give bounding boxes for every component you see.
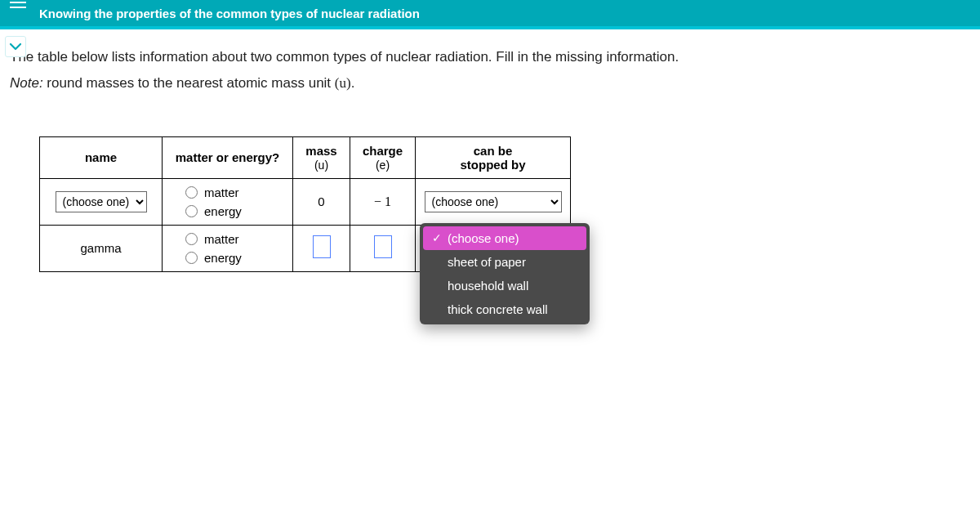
dropdown-option-label: thick concrete wall xyxy=(448,302,548,316)
charge-cell-row2 xyxy=(350,225,416,271)
dropdown-option-label: household wall xyxy=(448,279,528,293)
lesson-header: Knowing the properties of the common typ… xyxy=(0,0,980,26)
radio-energy-row1[interactable]: energy xyxy=(185,204,242,218)
th-charge-sub: (e) xyxy=(376,159,390,172)
dropdown-option[interactable]: ✓ sheet of paper xyxy=(423,250,586,274)
note-text: round masses to the nearest atomic mass … xyxy=(43,75,335,91)
th-stopped: can be stopped by xyxy=(416,136,571,178)
note-label: Note: xyxy=(10,75,43,91)
radio-matter-label-row2: matter xyxy=(204,232,239,246)
mass-cell-row1: 0 xyxy=(293,178,350,225)
note-period: . xyxy=(351,75,355,91)
charge-cell-row1: − 1 xyxy=(350,178,416,225)
instruction-line-1: The table below lists information about … xyxy=(10,44,970,70)
dropdown-option[interactable]: ✓ household wall xyxy=(423,274,586,297)
radio-energy-row2[interactable]: energy xyxy=(185,251,242,265)
th-name: name xyxy=(40,136,163,178)
mass-cell-row2 xyxy=(293,225,350,271)
stopped-dropdown-popup: ✓ (choose one) ✓ sheet of paper ✓ househ… xyxy=(420,223,590,324)
instruction-note: Note: round masses to the nearest atomic… xyxy=(10,70,970,96)
th-mass-label: mass xyxy=(305,144,336,158)
collapse-button[interactable] xyxy=(5,36,26,57)
table-row: (choose one) matter energy xyxy=(40,178,571,225)
th-charge: charge (e) xyxy=(350,136,416,178)
radiation-table-wrap: name matter or energy? mass (u) charge (… xyxy=(39,136,970,272)
radio-matter-row2[interactable]: matter xyxy=(185,232,239,246)
stopped-select-row1[interactable]: (choose one) xyxy=(425,191,562,212)
menu-icon[interactable] xyxy=(10,7,26,8)
chevron-down-icon xyxy=(9,40,22,53)
th-stopped-sub: stopped by xyxy=(460,158,525,172)
radio-energy-label-row1: energy xyxy=(204,204,242,218)
radio-matter-input-row2[interactable] xyxy=(185,233,198,245)
matter-energy-group-row2: matter energy xyxy=(171,232,284,265)
th-matter-energy: matter or energy? xyxy=(163,136,293,178)
radio-matter-label-row1: matter xyxy=(204,186,239,199)
lesson-title: Knowing the properties of the common typ… xyxy=(39,7,420,20)
radio-matter-input-row1[interactable] xyxy=(185,186,198,199)
question-content: The table below lists information about … xyxy=(0,29,980,272)
th-mass-sub: (u) xyxy=(314,159,328,172)
name-select-row1[interactable]: (choose one) xyxy=(56,191,147,212)
name-cell-row2: gamma xyxy=(40,225,163,271)
dropdown-option-label: sheet of paper xyxy=(448,255,526,269)
dropdown-option-selected[interactable]: ✓ (choose one) xyxy=(423,226,586,250)
mass-input-row2[interactable] xyxy=(313,235,331,258)
dropdown-option-label: (choose one) xyxy=(448,231,519,245)
radio-energy-input-row1[interactable] xyxy=(185,205,198,217)
th-mass: mass (u) xyxy=(293,136,350,178)
radio-energy-input-row2[interactable] xyxy=(185,252,198,264)
radio-matter-row1[interactable]: matter xyxy=(185,186,239,199)
th-charge-label: charge xyxy=(363,144,403,158)
dropdown-option[interactable]: ✓ thick concrete wall xyxy=(423,297,586,321)
check-icon: ✓ xyxy=(431,231,443,244)
radio-energy-label-row2: energy xyxy=(204,251,242,265)
matter-energy-group-row1: matter energy xyxy=(171,186,284,218)
charge-input-row2[interactable] xyxy=(374,235,392,258)
note-unit: (u) xyxy=(335,75,351,91)
th-stopped-label: can be xyxy=(474,144,513,158)
